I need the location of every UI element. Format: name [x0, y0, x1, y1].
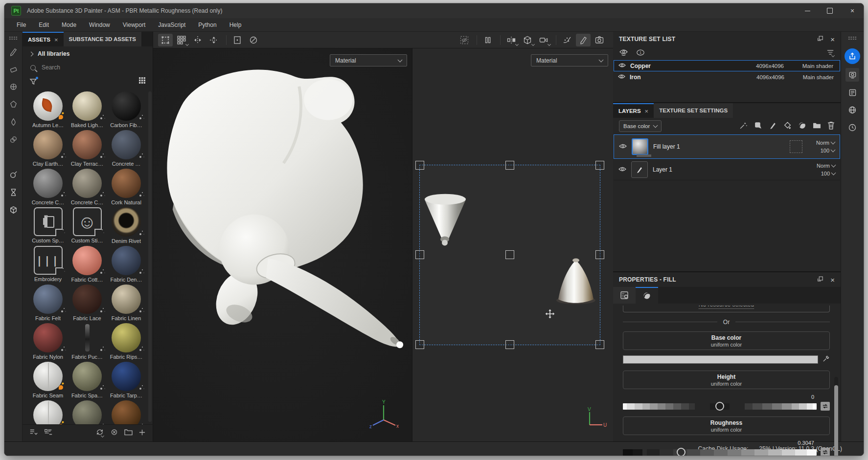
tab-assets[interactable]: ASSETS ×: [23, 32, 64, 46]
split-view-button[interactable]: [504, 34, 519, 46]
shading-mode-select-2d[interactable]: Material: [531, 54, 608, 66]
close-button[interactable]: ×: [841, 3, 864, 18]
asset-item[interactable]: Fabric Den…: [107, 246, 146, 285]
base-color-button[interactable]: Base color uniform color: [623, 331, 830, 350]
history-button[interactable]: [845, 121, 859, 134]
sync-assets-button[interactable]: [95, 428, 104, 438]
asset-item[interactable]: Concrete C…: [68, 169, 107, 207]
pause-engine-button[interactable]: [480, 34, 495, 46]
blend-mode-select[interactable]: Norm: [816, 140, 835, 146]
asset-item[interactable]: Concrete …: [107, 130, 146, 169]
open-folder-button[interactable]: [124, 429, 133, 438]
import-resources-button[interactable]: [138, 429, 146, 438]
asset-detail-view-button[interactable]: [44, 428, 53, 438]
asset-item[interactable]: Denim Rivet: [107, 207, 146, 246]
add-folder-icon[interactable]: [813, 122, 821, 131]
shading-mode-select-3d[interactable]: Material: [330, 54, 407, 66]
mirror-vertical-button[interactable]: [206, 34, 221, 46]
focus-frame-button[interactable]: [230, 34, 245, 46]
asset-item[interactable]: Fabric Lace: [68, 285, 107, 323]
asset-item[interactable]: Fabric Cott…: [68, 246, 107, 285]
asset-item[interactable]: [28, 400, 68, 424]
solo-view-icon[interactable]: 1: [636, 49, 645, 58]
color-picker-eyedropper-icon[interactable]: [822, 355, 830, 364]
recent-assets-button[interactable]: [110, 428, 118, 438]
material-picker-tool[interactable]: [7, 169, 19, 180]
selection-handle[interactable]: [415, 161, 424, 170]
asset-item[interactable]: Fabric Felt: [28, 285, 68, 323]
asset-item[interactable]: Baked Ligh…: [68, 91, 107, 130]
roughness-slider-knob[interactable]: [677, 448, 685, 456]
menu-item[interactable]: File: [10, 22, 32, 28]
opacity-select[interactable]: 100: [821, 171, 835, 176]
layer-thumbnail[interactable]: [632, 138, 648, 155]
layer-thumbnail[interactable]: [631, 161, 648, 178]
asset-item[interactable]: Cork Natural: [107, 169, 146, 207]
selection-handle[interactable]: [415, 340, 424, 349]
projection-tool[interactable]: [7, 81, 19, 92]
clone-tool[interactable]: [7, 133, 19, 145]
asset-item[interactable]: Concrete C…: [28, 169, 68, 207]
height-range-swap-button[interactable]: [821, 402, 830, 411]
strip-grip-handle[interactable]: [848, 36, 857, 40]
mirror-horizontal-button[interactable]: [190, 34, 205, 46]
selection-handle[interactable]: [505, 161, 514, 170]
add-fill-layer-icon[interactable]: [783, 121, 792, 131]
asset-item[interactable]: Custom Sp…: [28, 207, 68, 246]
height-slider[interactable]: [623, 403, 817, 410]
selection-handle[interactable]: [505, 340, 514, 349]
tab-close-icon[interactable]: ×: [54, 36, 58, 44]
geometry-decal-tool[interactable]: [7, 204, 19, 216]
assets-scrollbar[interactable]: [148, 91, 152, 422]
tab-substance-3d-assets[interactable]: SUBSTANCE 3D ASSETS: [64, 32, 141, 46]
height-button[interactable]: Height uniform color: [623, 371, 830, 389]
menu-item[interactable]: JavaScript: [152, 22, 192, 28]
maximize-button[interactable]: [819, 3, 841, 18]
selection-handle[interactable]: [595, 250, 604, 259]
asset-item[interactable]: Fabric Seam: [28, 362, 68, 400]
close-panel-icon[interactable]: ×: [830, 36, 835, 43]
asset-item[interactable]: Custom Sti…: [68, 207, 107, 246]
smudge-tool[interactable]: [7, 116, 19, 128]
asset-item[interactable]: Fabric Spa…: [68, 362, 107, 400]
properties-tab-settings[interactable]: [613, 287, 636, 304]
camera-view-button[interactable]: [536, 34, 551, 46]
asset-item[interactable]: Embroidery: [28, 246, 68, 285]
selection-handle[interactable]: [595, 340, 604, 349]
selection-handle[interactable]: [415, 250, 424, 259]
add-smart-material-icon[interactable]: [754, 121, 762, 131]
roughness-slider[interactable]: [623, 449, 817, 456]
undock-panel-icon[interactable]: [817, 275, 823, 284]
resources-button[interactable]: [845, 103, 859, 117]
dissolve-mode-button[interactable]: [246, 34, 261, 46]
asset-item[interactable]: Fabric Tarp…: [107, 362, 146, 400]
properties-scrollbar[interactable]: [834, 377, 838, 456]
hide-ui-button[interactable]: [457, 34, 472, 46]
properties-tab-material[interactable]: [636, 287, 658, 304]
search-input[interactable]: [41, 64, 126, 71]
menu-item[interactable]: Help: [223, 22, 248, 28]
menu-item[interactable]: Viewport: [116, 22, 152, 28]
tab-layers[interactable]: LAYERS ×: [613, 103, 654, 118]
opacity-select[interactable]: 100: [821, 148, 835, 153]
asset-item[interactable]: Fabric Nylon: [28, 323, 68, 362]
tab-texture-set-settings[interactable]: TEXTURE SET SETTINGS: [654, 103, 733, 118]
resource-picker-clipped[interactable]: No resource selected: [623, 306, 830, 312]
layer-visibility-icon[interactable]: [619, 142, 627, 151]
geometry-view-button[interactable]: [520, 34, 535, 46]
asset-item[interactable]: Clay Terrac…: [68, 130, 107, 169]
add-mask-icon[interactable]: [798, 121, 806, 131]
shader-settings-button[interactable]: [845, 86, 859, 99]
asset-item[interactable]: Fabric Rips…: [107, 323, 146, 362]
asset-item[interactable]: [68, 400, 107, 424]
base-color-swatch[interactable]: [623, 355, 818, 364]
eraser-tool[interactable]: [7, 63, 19, 75]
viewport-2d[interactable]: Material V U: [412, 48, 613, 441]
visibility-eye-icon[interactable]: [618, 74, 625, 81]
asset-item[interactable]: Fabric Puc…: [68, 323, 107, 362]
paint-mode-button[interactable]: [576, 34, 591, 46]
asset-item[interactable]: Clay Earth…: [28, 130, 68, 169]
texture-set-row-iron[interactable]: Iron 4096x4096 Main shader: [614, 71, 840, 83]
uv-tile-button[interactable]: [174, 34, 189, 46]
visibility-eye-icon[interactable]: [618, 63, 626, 69]
